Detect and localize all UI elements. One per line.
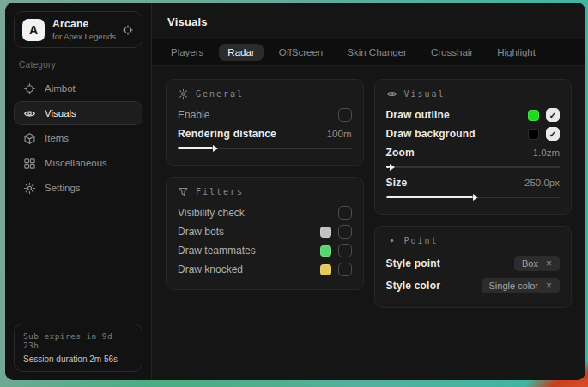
- draw-knocked-label: Draw knocked: [178, 263, 243, 275]
- visibility-check-checkbox[interactable]: [338, 206, 352, 220]
- rendering-distance-label: Rendering distance: [178, 128, 276, 140]
- grid-icon: [23, 157, 36, 170]
- sidebar-item-aimbot[interactable]: Aimbot: [14, 76, 142, 100]
- close-x-icon[interactable]: ×: [546, 258, 552, 269]
- size-value: 250.0px: [524, 178, 560, 188]
- enable-row: Enable: [178, 106, 352, 124]
- tab-skin-changer[interactable]: Skin Changer: [338, 44, 415, 61]
- draw-knocked-controls: [320, 263, 352, 276]
- general-panel-header: General: [178, 88, 352, 100]
- draw-teammates-checkbox[interactable]: [338, 244, 352, 257]
- point-panel-header: Point: [386, 235, 561, 246]
- tab-players[interactable]: Players: [162, 44, 212, 61]
- crosshair-icon: [23, 82, 36, 95]
- session-duration-text: Session duration 2m 56s: [23, 354, 133, 364]
- tab-highlight[interactable]: Highlight: [488, 44, 544, 61]
- app-subtitle: for Apex Legends: [52, 32, 114, 41]
- cube-icon: [23, 132, 36, 145]
- slider-fill: [386, 196, 473, 198]
- right-column: Visual Draw outline Draw background: [374, 79, 573, 308]
- sidebar-nav: Aimbot Visuals Ite: [14, 76, 142, 200]
- app-logo: A: [22, 19, 45, 41]
- eye-icon: [23, 107, 36, 120]
- filters-panel-header: Filters: [178, 186, 352, 197]
- style-color-row: Style color Single color ×: [386, 275, 561, 297]
- eye-icon: [386, 88, 397, 100]
- draw-knocked-color-swatch[interactable]: [320, 264, 331, 275]
- sidebar-item-miscellaneous[interactable]: Miscellaneous: [14, 151, 142, 175]
- draw-background-color-swatch[interactable]: [528, 129, 539, 140]
- sidebar-item-label: Settings: [45, 183, 81, 193]
- left-column: General Enable Rendering distance 100m: [166, 79, 364, 290]
- visibility-check-row: Visibility check: [178, 203, 352, 222]
- draw-background-checkbox[interactable]: [546, 127, 560, 141]
- draw-bots-checkbox[interactable]: [338, 225, 352, 239]
- draw-outline-row: Draw outline: [386, 106, 561, 124]
- draw-background-label: Draw background: [386, 128, 476, 140]
- app-name: Arcane: [52, 18, 114, 30]
- sidebar-item-items[interactable]: Items: [14, 126, 142, 150]
- draw-outline-checkbox[interactable]: [546, 108, 560, 122]
- size-label: Size: [386, 177, 408, 189]
- sidebar-item-visuals[interactable]: Visuals: [14, 101, 142, 125]
- slider-fill: [178, 147, 213, 149]
- tab-bar: Players Radar OffScreen Skin Changer Cro…: [152, 39, 585, 66]
- draw-knocked-checkbox[interactable]: [338, 263, 352, 276]
- draw-teammates-label: Draw teammates: [178, 245, 256, 257]
- general-panel-title: General: [196, 89, 244, 99]
- tab-radar[interactable]: Radar: [219, 44, 263, 61]
- draw-teammates-controls: [320, 244, 352, 257]
- dot-icon: [386, 235, 397, 246]
- draw-background-controls: [528, 127, 560, 141]
- rendering-distance-slider[interactable]: [178, 144, 352, 152]
- draw-bots-row: Draw bots: [178, 222, 352, 241]
- draw-knocked-row: Draw knocked: [178, 260, 352, 279]
- zoom-slider[interactable]: [386, 163, 561, 171]
- draw-outline-label: Draw outline: [386, 109, 450, 121]
- app-header-card: A Arcane for Apex Legends: [14, 11, 142, 48]
- enable-checkbox[interactable]: [338, 108, 352, 122]
- draw-background-row: Draw background: [386, 124, 561, 143]
- style-point-label: Style point: [386, 257, 441, 269]
- draw-teammates-row: Draw teammates: [178, 241, 352, 260]
- sidebar-item-label: Items: [45, 133, 69, 143]
- session-info-card: Sub expires in 9d 23h Session duration 2…: [14, 324, 142, 372]
- funnel-icon: [178, 186, 189, 197]
- point-panel-title: Point: [404, 236, 439, 245]
- gear-icon: [178, 88, 189, 100]
- style-color-label: Style color: [386, 280, 441, 292]
- style-color-select[interactable]: Single color ×: [482, 278, 561, 293]
- zoom-label: Zoom: [386, 147, 415, 159]
- content-area: General Enable Rendering distance 100m: [152, 66, 585, 321]
- draw-bots-controls: [320, 225, 352, 239]
- desktop-background: A Arcane for Apex Legends Category: [0, 0, 588, 387]
- filters-panel-title: Filters: [196, 187, 244, 197]
- draw-outline-color-swatch[interactable]: [528, 110, 539, 121]
- size-slider[interactable]: [386, 193, 561, 201]
- sidebar-item-settings[interactable]: Settings: [14, 176, 142, 200]
- draw-bots-color-swatch[interactable]: [320, 227, 331, 238]
- sidebar-item-label: Miscellaneous: [45, 158, 107, 168]
- zoom-row: Zoom 1.0zm: [386, 143, 561, 162]
- visibility-check-label: Visibility check: [178, 207, 245, 219]
- rendering-distance-row: Rendering distance 100m: [178, 124, 352, 143]
- zoom-value: 1.0zm: [533, 148, 560, 158]
- style-point-row: Style point Box ×: [386, 252, 561, 275]
- target-icon[interactable]: [122, 24, 134, 36]
- close-x-icon[interactable]: ×: [546, 281, 552, 291]
- tab-crosshair[interactable]: Crosshair: [422, 44, 482, 61]
- enable-label: Enable: [178, 109, 209, 121]
- draw-teammates-color-swatch[interactable]: [320, 245, 331, 257]
- visual-panel-header: Visual: [386, 88, 561, 100]
- sidebar: A Arcane for Apex Legends Category: [5, 3, 152, 380]
- sub-expiry-text: Sub expires in 9d 23h: [23, 331, 133, 350]
- draw-bots-label: Draw bots: [178, 226, 224, 238]
- visual-panel: Visual Draw outline Draw background: [374, 79, 573, 215]
- slider-fill: [386, 166, 390, 168]
- tab-offscreen[interactable]: OffScreen: [270, 44, 332, 61]
- filters-panel: Filters Visibility check Draw bots: [166, 177, 364, 290]
- general-panel: General Enable Rendering distance 100m: [166, 79, 364, 166]
- style-color-value: Single color: [489, 281, 538, 291]
- style-point-value: Box: [522, 258, 538, 269]
- style-point-select[interactable]: Box ×: [514, 256, 560, 271]
